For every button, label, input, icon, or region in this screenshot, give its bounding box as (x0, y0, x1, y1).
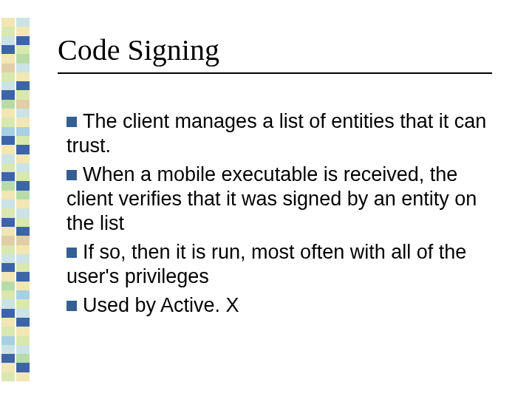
list-item: Used by Active. X (66, 293, 502, 318)
bullet-text: The client manages a list of entities th… (66, 110, 486, 157)
sidebar-col-left (1, 18, 15, 381)
bullet-icon (66, 248, 77, 258)
bullet-icon (66, 301, 77, 311)
bullet-icon (66, 117, 77, 127)
slide-title: Code Signing (58, 33, 219, 67)
list-item: The client manages a list of entities th… (66, 109, 502, 158)
title-underline (58, 72, 492, 74)
bullet-text: If so, then it is run, most often with a… (66, 241, 466, 287)
slide-body: The client manages a list of entities th… (66, 109, 502, 322)
bullet-text: When a mobile executable is received, th… (66, 163, 477, 234)
bullet-text: Used by Active. X (83, 294, 239, 316)
bullet-icon (66, 170, 77, 180)
list-item: When a mobile executable is received, th… (66, 163, 502, 236)
sidebar-col-right (16, 18, 30, 381)
list-item: If so, then it is run, most often with a… (66, 240, 502, 289)
decorative-sidebar (0, 18, 30, 381)
